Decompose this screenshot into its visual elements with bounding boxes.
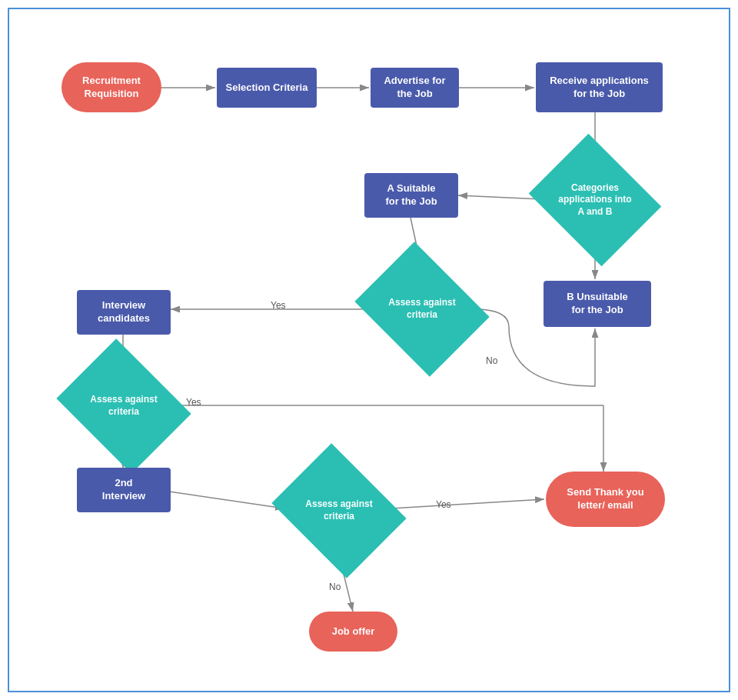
flowchart-canvas: Yes No Yes Yes No RecruitmentRequisition…	[8, 8, 730, 692]
no-label-2: No	[329, 582, 341, 592]
suitable-job-node: A Suitablefor the Job	[364, 173, 458, 218]
unsuitable-job-label: B Unsuitablefor the Job	[567, 291, 627, 317]
job-offer-node: Job offer	[309, 612, 397, 652]
assess-criteria-1-node: Assess againstcriteria	[369, 267, 475, 352]
receive-applications-node: Receive applicationsfor the Job	[536, 62, 663, 112]
svg-line-5	[458, 195, 542, 199]
assess-criteria-1-label: Assess againstcriteria	[385, 294, 458, 324]
advertise-job-label: Advertise forthe Job	[384, 75, 445, 101]
assess-criteria-2-label: Assess againstcriteria	[87, 391, 160, 421]
recruitment-requisition-node: RecruitmentRequisition	[62, 62, 161, 112]
recruitment-requisition-label: RecruitmentRequisition	[82, 75, 141, 101]
interview-candidates-node: Interviewcandidates	[77, 290, 171, 335]
yes-label-1: Yes	[271, 300, 286, 311]
assess-criteria-3-label: Assess againstcriteria	[302, 495, 375, 525]
second-interview-node: 2ndInterview	[77, 468, 171, 512]
assess-criteria-2-node: Assess againstcriteria	[71, 364, 177, 448]
unsuitable-job-node: B Unsuitablefor the Job	[544, 281, 651, 327]
svg-line-13	[169, 492, 284, 508]
yes-label-3: Yes	[436, 499, 451, 510]
send-thank-you-node: Send Thank youletter/ email	[546, 472, 665, 527]
advertise-job-node: Advertise forthe Job	[371, 68, 459, 108]
send-thank-you-label: Send Thank youletter/ email	[567, 486, 643, 512]
selection-criteria-label: Selection Criteria	[226, 82, 308, 95]
interview-candidates-label: Interviewcandidates	[98, 299, 150, 325]
second-interview-label: 2ndInterview	[102, 477, 145, 503]
selection-criteria-node: Selection Criteria	[217, 68, 317, 108]
assess-criteria-3-node: Assess againstcriteria	[286, 468, 392, 553]
receive-applications-label: Receive applicationsfor the Job	[550, 75, 649, 101]
svg-line-14	[391, 499, 544, 508]
yes-label-2: Yes	[186, 397, 201, 408]
categories-applications-label: Categoriesapplications intoA and B	[555, 179, 634, 222]
categories-applications-node: Categoriesapplications intoA and B	[544, 158, 647, 242]
job-offer-label: Job offer	[332, 625, 375, 638]
no-label-1: No	[486, 355, 497, 366]
suitable-job-label: A Suitablefor the Job	[385, 182, 437, 208]
